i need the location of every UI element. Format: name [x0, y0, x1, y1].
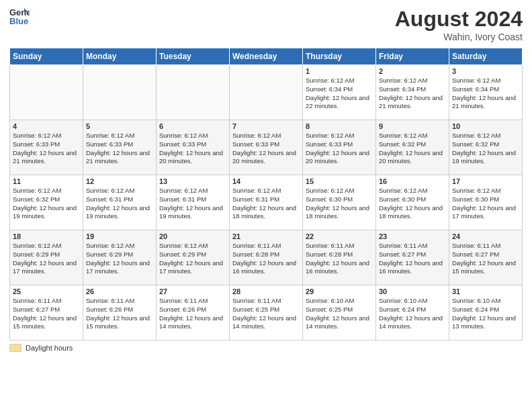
day-number: 23 — [379, 232, 446, 240]
day-number: 1 — [306, 67, 373, 75]
calendar-cell: 26Sunrise: 6:11 AM Sunset: 6:26 PM Dayli… — [83, 285, 157, 340]
day-info: Sunrise: 6:10 AM Sunset: 6:24 PM Dayligh… — [379, 297, 446, 331]
day-info: Sunrise: 6:12 AM Sunset: 6:31 PM Dayligh… — [232, 187, 300, 221]
calendar-cell: 17Sunrise: 6:12 AM Sunset: 6:30 PM Dayli… — [449, 175, 523, 230]
month-year: August 2024 — [395, 7, 523, 32]
day-number: 22 — [306, 232, 373, 240]
calendar-cell: 21Sunrise: 6:11 AM Sunset: 6:28 PM Dayli… — [230, 230, 303, 285]
day-number: 12 — [86, 177, 153, 185]
day-info: Sunrise: 6:11 AM Sunset: 6:25 PM Dayligh… — [232, 297, 300, 331]
day-info: Sunrise: 6:12 AM Sunset: 6:29 PM Dayligh… — [86, 242, 153, 276]
day-number: 31 — [452, 287, 519, 295]
calendar-cell — [10, 65, 83, 120]
day-info: Sunrise: 6:12 AM Sunset: 6:32 PM Dayligh… — [13, 187, 80, 221]
day-number: 20 — [159, 232, 226, 240]
calendar-cell: 28Sunrise: 6:11 AM Sunset: 6:25 PM Dayli… — [230, 285, 303, 340]
week-row-3: 11Sunrise: 6:12 AM Sunset: 6:32 PM Dayli… — [10, 175, 523, 230]
day-number: 29 — [306, 287, 373, 295]
day-info: Sunrise: 6:12 AM Sunset: 6:34 PM Dayligh… — [379, 77, 446, 111]
calendar-cell — [83, 65, 157, 120]
day-info: Sunrise: 6:12 AM Sunset: 6:33 PM Dayligh… — [306, 132, 373, 166]
title-block: August 2024 Wahin, Ivory Coast — [395, 7, 523, 42]
logo-icon: General Blue — [9, 7, 30, 26]
day-info: Sunrise: 6:10 AM Sunset: 6:25 PM Dayligh… — [306, 297, 373, 331]
day-info: Sunrise: 6:12 AM Sunset: 6:34 PM Dayligh… — [452, 77, 519, 111]
day-info: Sunrise: 6:11 AM Sunset: 6:26 PM Dayligh… — [86, 297, 153, 331]
legend-label: Daylight hours — [26, 344, 73, 352]
calendar-cell: 20Sunrise: 6:12 AM Sunset: 6:29 PM Dayli… — [157, 230, 230, 285]
week-row-2: 4Sunrise: 6:12 AM Sunset: 6:33 PM Daylig… — [10, 120, 523, 175]
day-info: Sunrise: 6:10 AM Sunset: 6:24 PM Dayligh… — [452, 297, 519, 331]
day-info: Sunrise: 6:12 AM Sunset: 6:31 PM Dayligh… — [159, 187, 226, 221]
legend-box — [9, 344, 21, 352]
calendar-cell: 15Sunrise: 6:12 AM Sunset: 6:30 PM Dayli… — [303, 175, 376, 230]
day-number: 25 — [13, 287, 80, 295]
day-info: Sunrise: 6:11 AM Sunset: 6:27 PM Dayligh… — [13, 297, 80, 331]
logo: General Blue — [9, 7, 30, 26]
calendar-cell: 22Sunrise: 6:11 AM Sunset: 6:28 PM Dayli… — [303, 230, 376, 285]
day-info: Sunrise: 6:12 AM Sunset: 6:32 PM Dayligh… — [452, 132, 519, 166]
calendar-cell: 29Sunrise: 6:10 AM Sunset: 6:25 PM Dayli… — [303, 285, 376, 340]
day-number: 17 — [452, 177, 519, 185]
week-row-1: 1Sunrise: 6:12 AM Sunset: 6:34 PM Daylig… — [10, 65, 523, 120]
calendar-cell: 11Sunrise: 6:12 AM Sunset: 6:32 PM Dayli… — [10, 175, 83, 230]
week-row-5: 25Sunrise: 6:11 AM Sunset: 6:27 PM Dayli… — [10, 285, 523, 340]
col-thursday: Thursday — [303, 48, 376, 65]
day-number: 16 — [379, 177, 446, 185]
calendar-cell: 8Sunrise: 6:12 AM Sunset: 6:33 PM Daylig… — [303, 120, 376, 175]
calendar-cell: 9Sunrise: 6:12 AM Sunset: 6:32 PM Daylig… — [376, 120, 449, 175]
header: General Blue August 2024 Wahin, Ivory Co… — [9, 7, 523, 42]
day-number: 18 — [13, 232, 80, 240]
location: Wahin, Ivory Coast — [395, 32, 523, 42]
day-number: 5 — [86, 122, 153, 130]
day-info: Sunrise: 6:11 AM Sunset: 6:27 PM Dayligh… — [452, 242, 519, 276]
week-row-4: 18Sunrise: 6:12 AM Sunset: 6:29 PM Dayli… — [10, 230, 523, 285]
col-wednesday: Wednesday — [230, 48, 303, 65]
calendar-cell: 23Sunrise: 6:11 AM Sunset: 6:27 PM Dayli… — [376, 230, 449, 285]
day-number: 8 — [306, 122, 373, 130]
day-number: 26 — [86, 287, 153, 295]
day-number: 28 — [232, 287, 300, 295]
day-number: 2 — [379, 67, 446, 75]
day-number: 27 — [159, 287, 226, 295]
header-row: Sunday Monday Tuesday Wednesday Thursday… — [10, 48, 523, 65]
day-number: 19 — [86, 232, 153, 240]
day-info: Sunrise: 6:12 AM Sunset: 6:34 PM Dayligh… — [306, 77, 373, 111]
calendar-cell: 12Sunrise: 6:12 AM Sunset: 6:31 PM Dayli… — [83, 175, 157, 230]
day-number: 13 — [159, 177, 226, 185]
calendar-container: General Blue August 2024 Wahin, Ivory Co… — [0, 0, 532, 411]
day-number: 24 — [452, 232, 519, 240]
calendar-cell: 2Sunrise: 6:12 AM Sunset: 6:34 PM Daylig… — [376, 65, 449, 120]
day-number: 30 — [379, 287, 446, 295]
calendar-cell: 30Sunrise: 6:10 AM Sunset: 6:24 PM Dayli… — [376, 285, 449, 340]
day-info: Sunrise: 6:12 AM Sunset: 6:33 PM Dayligh… — [232, 132, 300, 166]
day-info: Sunrise: 6:11 AM Sunset: 6:26 PM Dayligh… — [159, 297, 226, 331]
day-info: Sunrise: 6:12 AM Sunset: 6:31 PM Dayligh… — [86, 187, 153, 221]
calendar-cell: 4Sunrise: 6:12 AM Sunset: 6:33 PM Daylig… — [10, 120, 83, 175]
day-info: Sunrise: 6:12 AM Sunset: 6:33 PM Dayligh… — [13, 132, 80, 166]
calendar-cell: 14Sunrise: 6:12 AM Sunset: 6:31 PM Dayli… — [230, 175, 303, 230]
day-number: 21 — [232, 232, 300, 240]
day-info: Sunrise: 6:11 AM Sunset: 6:28 PM Dayligh… — [306, 242, 373, 276]
calendar-cell: 13Sunrise: 6:12 AM Sunset: 6:31 PM Dayli… — [157, 175, 230, 230]
col-monday: Monday — [83, 48, 157, 65]
calendar-cell: 27Sunrise: 6:11 AM Sunset: 6:26 PM Dayli… — [157, 285, 230, 340]
day-info: Sunrise: 6:12 AM Sunset: 6:29 PM Dayligh… — [13, 242, 80, 276]
calendar-cell: 18Sunrise: 6:12 AM Sunset: 6:29 PM Dayli… — [10, 230, 83, 285]
calendar-cell: 24Sunrise: 6:11 AM Sunset: 6:27 PM Dayli… — [449, 230, 523, 285]
day-info: Sunrise: 6:11 AM Sunset: 6:27 PM Dayligh… — [379, 242, 446, 276]
col-saturday: Saturday — [449, 48, 523, 65]
day-number: 15 — [306, 177, 373, 185]
calendar-cell: 31Sunrise: 6:10 AM Sunset: 6:24 PM Dayli… — [449, 285, 523, 340]
day-number: 9 — [379, 122, 446, 130]
day-info: Sunrise: 6:12 AM Sunset: 6:32 PM Dayligh… — [379, 132, 446, 166]
day-info: Sunrise: 6:12 AM Sunset: 6:29 PM Dayligh… — [159, 242, 226, 276]
col-tuesday: Tuesday — [157, 48, 230, 65]
calendar-cell: 19Sunrise: 6:12 AM Sunset: 6:29 PM Dayli… — [83, 230, 157, 285]
calendar-cell: 3Sunrise: 6:12 AM Sunset: 6:34 PM Daylig… — [449, 65, 523, 120]
col-friday: Friday — [376, 48, 449, 65]
calendar-cell: 5Sunrise: 6:12 AM Sunset: 6:33 PM Daylig… — [83, 120, 157, 175]
legend: Daylight hours — [9, 344, 523, 352]
day-number: 11 — [13, 177, 80, 185]
svg-text:Blue: Blue — [9, 16, 28, 26]
